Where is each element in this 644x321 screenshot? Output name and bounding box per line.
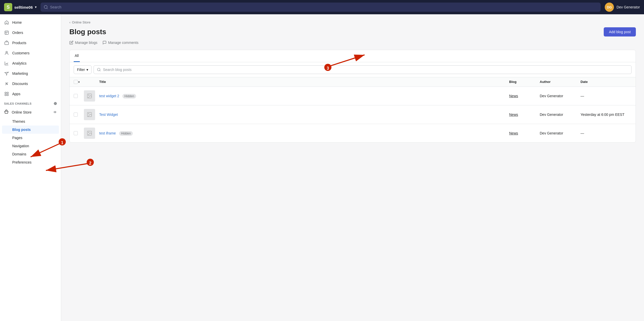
sidebar: Home Orders Products Customers Analytics — [0, 14, 61, 321]
chevron-down-icon: ▾ — [35, 5, 36, 9]
col-date: Date — [581, 80, 632, 84]
sidebar-item-analytics[interactable]: Analytics — [0, 58, 61, 68]
row-thumb-cell — [84, 109, 99, 120]
page-title: Blog posts — [69, 28, 106, 36]
row-date-cell: — — [581, 94, 632, 98]
sidebar-sub-pages[interactable]: Pages — [0, 134, 61, 142]
col-author: Author — [540, 80, 581, 84]
sidebar-sub-blog-posts[interactable]: Blog posts — [2, 126, 59, 134]
svg-point-16 — [88, 113, 89, 114]
tab-all[interactable]: All — [74, 50, 80, 62]
sidebar-item-discounts-label: Discounts — [12, 82, 28, 86]
sidebar-sub-navigation[interactable]: Navigation — [0, 142, 61, 150]
svg-rect-2 — [5, 31, 8, 34]
row-checkbox-1[interactable] — [74, 113, 78, 117]
row-thumb-cell — [84, 90, 99, 102]
sidebar-item-apps[interactable]: Apps — [0, 89, 61, 99]
select-all-checkbox[interactable]: ▾ — [74, 80, 84, 84]
search-bar[interactable] — [41, 3, 601, 12]
row-title-cell: test widget 2 Hidden — [99, 94, 509, 98]
svg-line-12 — [100, 70, 100, 71]
search-input[interactable] — [50, 5, 598, 9]
discounts-icon — [4, 81, 9, 86]
sidebar-item-customers[interactable]: Customers — [0, 48, 61, 58]
svg-line-1 — [47, 8, 47, 9]
filter-button[interactable]: Filter ▾ — [74, 65, 92, 74]
svg-point-4 — [6, 83, 6, 83]
row-author-cell: Dev Generator — [540, 131, 581, 135]
eye-icon[interactable]: 👁 — [53, 110, 57, 114]
apps-icon — [4, 91, 9, 96]
status-badge-0: Hidden — [122, 94, 136, 98]
blog-link-0[interactable]: News — [509, 94, 518, 98]
dropdown-arrow[interactable]: ▾ — [78, 81, 80, 83]
sidebar-item-customers-label: Customers — [12, 51, 30, 55]
add-sales-channel-icon[interactable]: ⊕ — [54, 101, 57, 106]
sidebar-item-orders[interactable]: Orders — [0, 28, 61, 38]
main-content: ‹ Online Store Blog posts Add blog post … — [61, 14, 644, 321]
row-blog-cell: News — [509, 131, 540, 135]
table-row: Test Widget News Dev Generator Yesterday… — [70, 105, 636, 124]
chevron-left-icon: ‹ — [69, 20, 70, 24]
col-image — [84, 80, 99, 84]
sales-channels-header: SALES CHANNELS ⊕ — [0, 99, 61, 107]
sidebar-item-apps-label: Apps — [12, 92, 20, 96]
sub-actions-bar: Manage blogs Manage comments — [69, 41, 636, 45]
row-checkbox-0[interactable] — [74, 94, 78, 98]
search-blog-posts-bar[interactable] — [94, 65, 632, 74]
add-blog-post-button[interactable]: Add blog post — [604, 27, 636, 36]
user-menu[interactable]: DG Dev Generator — [605, 3, 640, 12]
avatar: DG — [605, 3, 614, 12]
sidebar-item-products[interactable]: Products — [0, 38, 61, 48]
col-blog: Blog — [509, 80, 540, 84]
search-blog-posts-input[interactable] — [103, 68, 628, 72]
date-text-2: — — [581, 131, 584, 135]
brand-logo[interactable]: S selltime06 ▾ — [4, 3, 36, 11]
svg-point-18 — [88, 132, 89, 133]
manage-comments-button[interactable]: Manage comments — [102, 41, 138, 45]
chevron-down-icon: ▾ — [86, 68, 88, 72]
sidebar-item-analytics-label: Analytics — [12, 61, 27, 65]
sidebar-item-products-label: Products — [12, 41, 26, 45]
sidebar-sub-themes[interactable]: Themes — [0, 117, 61, 126]
home-icon — [4, 20, 9, 25]
page-header: Blog posts Add blog post — [69, 27, 636, 36]
online-store-label: Online Store — [12, 110, 32, 114]
post-title-link-1[interactable]: Test Widget — [99, 113, 118, 117]
sidebar-sub-domains[interactable]: Domains — [0, 150, 61, 158]
row-checkbox-cell — [74, 131, 84, 135]
sidebar-item-discounts[interactable]: Discounts — [0, 79, 61, 89]
row-checkbox-cell — [74, 113, 84, 117]
date-text-1: Yesterday at 6:00 pm EEST — [581, 113, 624, 117]
row-blog-cell: News — [509, 94, 540, 98]
blog-link-2[interactable]: News — [509, 131, 518, 135]
svg-rect-9 — [5, 94, 6, 96]
sidebar-item-marketing[interactable]: Marketing — [0, 68, 61, 79]
sidebar-item-home[interactable]: Home — [0, 17, 61, 28]
search-icon — [44, 5, 48, 9]
orders-icon — [4, 30, 9, 35]
date-text-0: — — [581, 94, 584, 98]
row-blog-cell: News — [509, 112, 540, 117]
sidebar-item-online-store[interactable]: Online Store 👁 — [0, 107, 61, 117]
analytics-icon — [4, 61, 9, 66]
edit-icon — [69, 41, 73, 45]
row-checkbox-2[interactable] — [74, 131, 78, 135]
post-thumbnail-1 — [84, 109, 95, 120]
online-store-icon — [4, 109, 9, 115]
blog-link-1[interactable]: News — [509, 113, 518, 117]
author-text-1: Dev Generator — [540, 113, 563, 117]
filter-row: Filter ▾ — [70, 62, 636, 77]
svg-point-5 — [7, 84, 8, 85]
svg-point-11 — [97, 68, 100, 71]
sidebar-item-home-label: Home — [12, 20, 22, 24]
search-icon — [97, 68, 101, 72]
sidebar-sub-preferences[interactable]: Preferences — [0, 158, 61, 166]
post-title-link-2[interactable]: test iframe — [99, 131, 116, 135]
svg-point-14 — [88, 95, 89, 95]
checkbox-all[interactable] — [74, 80, 78, 84]
manage-blogs-button[interactable]: Manage blogs — [69, 41, 97, 45]
breadcrumb[interactable]: ‹ Online Store — [69, 20, 636, 24]
post-title-link-0[interactable]: test widget 2 — [99, 94, 119, 98]
store-name: selltime06 — [14, 5, 33, 9]
